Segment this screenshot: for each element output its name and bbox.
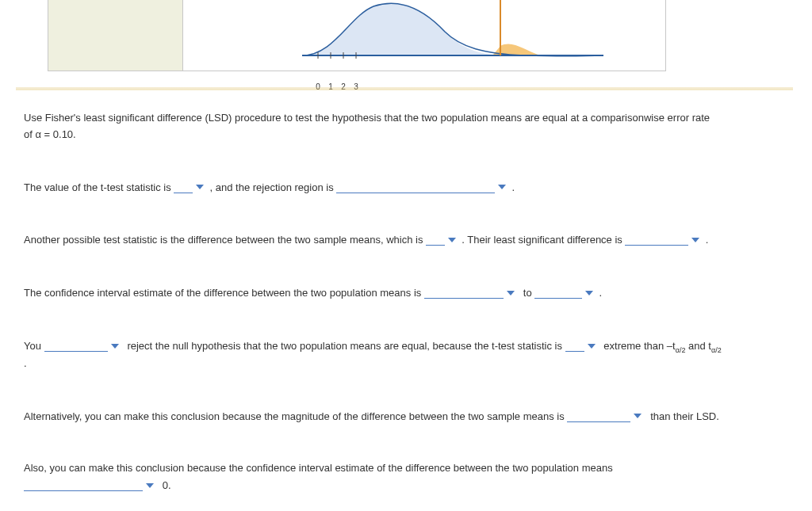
p4-t3-prefix: extreme than: [603, 340, 667, 352]
chevron-down-icon[interactable]: [146, 483, 154, 488]
rejection-region-dropdown[interactable]: [336, 181, 495, 193]
t-statistic-dropdown[interactable]: [174, 181, 193, 193]
p4-neg-t: –t: [667, 340, 676, 352]
chevron-down-icon[interactable]: [507, 291, 515, 296]
p1-t3: .: [512, 181, 515, 193]
p2-t1: Another possible test statistic is the d…: [24, 234, 423, 246]
p3-t3: .: [599, 287, 602, 299]
chevron-down-icon[interactable]: [691, 238, 699, 242]
intro-line1: Use Fisher's least significant differenc…: [24, 112, 710, 124]
p4-sub2: α/2: [711, 346, 722, 354]
chevron-down-icon[interactable]: [111, 344, 119, 349]
p1-t2: , and the rejection region is: [210, 181, 334, 193]
distribution-curve: [183, 0, 627, 63]
chevron-down-icon[interactable]: [498, 185, 506, 189]
ci-upper-dropdown[interactable]: [534, 286, 582, 299]
ci-contains-dropdown[interactable]: [24, 479, 143, 491]
p1-t1: The value of the t-test statistic is: [24, 181, 171, 193]
p6-t1: Also, you can make this conclusion becau…: [24, 462, 613, 474]
intro-paragraph: Use Fisher's least significant differenc…: [24, 110, 788, 143]
p4-and: and: [685, 340, 708, 352]
chevron-down-icon[interactable]: [588, 344, 596, 349]
p3-t1: The confidence interval estimate of the …: [24, 287, 421, 299]
p4-t4: .: [24, 357, 27, 369]
mean-diff-dropdown[interactable]: [426, 233, 445, 246]
separator-bar: [16, 87, 793, 90]
reject-dropdown[interactable]: [44, 339, 108, 352]
lsd-dropdown[interactable]: [625, 233, 688, 246]
chart-left-panel: [48, 0, 183, 71]
p2-t2: . Their least significant difference is: [462, 234, 622, 246]
p4-t2: reject the null hypothesis that the two …: [127, 340, 561, 352]
chevron-down-icon[interactable]: [448, 238, 456, 242]
intro-alpha: α = 0.10.: [35, 128, 75, 140]
p2-t3: .: [706, 234, 709, 246]
extremity-dropdown[interactable]: [565, 339, 584, 352]
chart-area: 0 1 2 3: [48, 0, 666, 71]
p3-t2: to: [523, 287, 532, 299]
p5-t1: Alternatively, you can make this conclus…: [24, 410, 565, 422]
magnitude-dropdown[interactable]: [567, 410, 630, 422]
p5-t2: than their LSD.: [650, 410, 719, 422]
chevron-down-icon[interactable]: [585, 291, 593, 296]
chevron-down-icon[interactable]: [634, 414, 642, 418]
intro-line2-prefix: of: [24, 128, 35, 140]
p6-t2: 0.: [163, 479, 171, 491]
p4-t1: You: [24, 340, 41, 352]
chevron-down-icon[interactable]: [196, 185, 204, 189]
p4-sub1: α/2: [676, 346, 686, 354]
ci-lower-dropdown[interactable]: [424, 286, 504, 299]
